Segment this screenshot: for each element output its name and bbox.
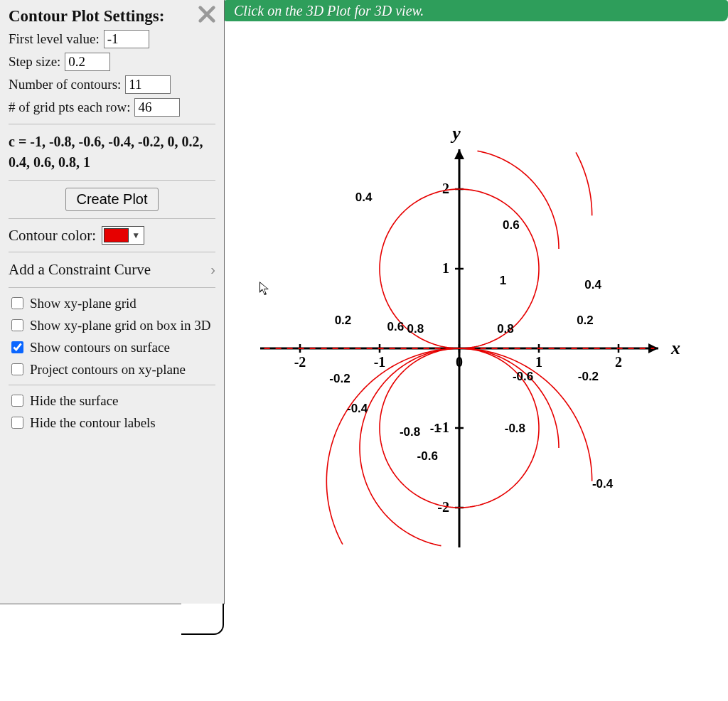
num-contours-label: Number of contours: <box>9 77 121 92</box>
add-constraint-label: Add a Constraint Curve <box>9 261 151 279</box>
step-size-input[interactable] <box>65 53 110 71</box>
svg-text:-1: -1 <box>430 422 441 435</box>
svg-text:2: 2 <box>442 181 449 196</box>
show-grid-3d-label[interactable]: Show xy-plane grid on box in 3D <box>30 318 210 333</box>
svg-text:0.4: 0.4 <box>584 278 601 291</box>
add-constraint-row[interactable]: Add a Constraint Curve › <box>9 261 215 279</box>
contour-levels-display: c = -1, -0.8, -0.6, -0.4, -0.2, 0, 0.2, … <box>9 132 215 173</box>
show-grid-3d-checkbox[interactable] <box>11 319 23 331</box>
contour-color-picker[interactable]: ▼ <box>102 226 144 245</box>
svg-text:1: 1 <box>500 274 506 287</box>
svg-text:0.2: 0.2 <box>335 314 352 327</box>
divider <box>9 252 215 252</box>
grid-pts-input[interactable] <box>134 98 180 117</box>
info-banner-text: Click on the 3D Plot for 3D view. <box>234 3 424 18</box>
contour-color-label: Contour color: <box>9 227 96 245</box>
svg-text:-0.6: -0.6 <box>417 449 438 463</box>
svg-text:-0.2: -0.2 <box>329 372 350 385</box>
svg-text:-0.8: -0.8 <box>400 425 420 439</box>
divider <box>9 287 215 288</box>
project-contours-checkbox[interactable] <box>11 363 23 375</box>
svg-text:0.8: 0.8 <box>497 322 514 336</box>
divider <box>9 124 215 124</box>
chevron-right-icon: › <box>210 262 215 278</box>
close-icon[interactable] <box>197 4 217 27</box>
color-swatch-fill <box>104 228 129 242</box>
first-level-label: First level value: <box>9 31 100 47</box>
project-contours-label[interactable]: Project contours on xy-plane <box>30 362 186 378</box>
svg-text:0.4: 0.4 <box>355 191 373 204</box>
num-contours-input[interactable] <box>125 75 171 94</box>
show-contours-checkbox[interactable] <box>11 341 23 353</box>
hide-surface-checkbox[interactable] <box>11 395 23 407</box>
grid-pts-label: # of grid pts each row: <box>9 100 130 115</box>
svg-text:-0.4: -0.4 <box>592 477 614 491</box>
hide-surface-label[interactable]: Hide the surface <box>30 393 119 409</box>
settings-panel: Contour Plot Settings: First level value… <box>0 0 225 604</box>
create-plot-button[interactable]: Create Plot <box>65 188 158 211</box>
svg-text:0.8: 0.8 <box>407 322 424 336</box>
svg-text:0.6: 0.6 <box>503 218 520 232</box>
svg-text:-0.2: -0.2 <box>578 370 599 383</box>
contour-plot[interactable]: -2-1012-2-112xy0.40.610.40.20.60.80.80.2… <box>225 21 728 701</box>
svg-text:1: 1 <box>442 260 449 276</box>
divider <box>9 218 215 219</box>
svg-text:-1: -1 <box>374 354 386 370</box>
svg-text:1: 1 <box>535 354 542 370</box>
svg-text:-0.4: -0.4 <box>347 402 368 415</box>
divider <box>9 385 215 385</box>
show-contours-label[interactable]: Show contours on surface <box>30 340 170 355</box>
svg-text:x: x <box>670 338 680 358</box>
show-grid-checkbox[interactable] <box>11 297 23 309</box>
divider <box>9 180 215 181</box>
step-size-label: Step size: <box>9 54 60 70</box>
panel-tab-handle[interactable] <box>181 604 224 635</box>
svg-text:y: y <box>450 123 461 144</box>
hide-labels-label[interactable]: Hide the contour labels <box>30 415 156 431</box>
chevron-down-icon: ▼ <box>132 230 140 241</box>
first-level-input[interactable] <box>104 30 149 48</box>
panel-title: Contour Plot Settings: <box>9 7 164 25</box>
info-banner: Click on the 3D Plot for 3D view. <box>224 0 728 21</box>
hide-labels-checkbox[interactable] <box>11 417 23 429</box>
svg-text:0: 0 <box>456 354 463 370</box>
svg-text:0.6: 0.6 <box>387 320 405 333</box>
show-grid-label[interactable]: Show xy-plane grid <box>30 296 136 311</box>
svg-text:2: 2 <box>615 354 622 370</box>
svg-text:-2: -2 <box>294 354 306 370</box>
svg-text:-0.8: -0.8 <box>505 422 525 435</box>
svg-text:-0.6: -0.6 <box>513 370 533 383</box>
svg-text:0.2: 0.2 <box>577 314 594 327</box>
